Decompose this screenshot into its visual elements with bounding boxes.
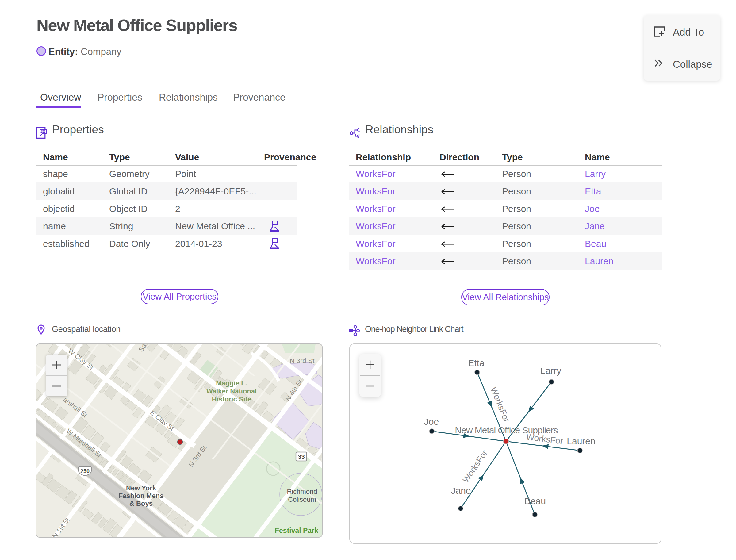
svg-text:Richmond: Richmond (287, 488, 317, 495)
svg-text:WorksFor: WorksFor (526, 432, 564, 446)
svg-text:Fashion Mens: Fashion Mens (119, 492, 164, 500)
svg-text:33: 33 (298, 453, 305, 460)
svg-text:Lauren: Lauren (567, 436, 595, 446)
svg-text:Coliseum: Coliseum (288, 496, 316, 503)
svg-text:Historic Site: Historic Site (212, 395, 251, 403)
svg-text:Maggie L.: Maggie L. (216, 379, 247, 387)
svg-text:WorksFor: WorksFor (489, 386, 512, 424)
svg-text:Walker National: Walker National (206, 387, 257, 395)
svg-text:& Boys: & Boys (129, 500, 153, 507)
svg-text:Festival Park: Festival Park (275, 527, 318, 535)
svg-text:250: 250 (80, 468, 90, 474)
svg-text:Larry: Larry (540, 366, 561, 376)
svg-text:Joe: Joe (424, 416, 439, 427)
svg-text:New York: New York (126, 484, 156, 492)
svg-text:WorksFor: WorksFor (461, 448, 489, 485)
svg-text:N 3rd St: N 3rd St (290, 357, 315, 365)
svg-text:Beau: Beau (524, 496, 546, 506)
svg-text:Etta: Etta (468, 358, 485, 368)
svg-text:Jane: Jane (451, 485, 471, 496)
